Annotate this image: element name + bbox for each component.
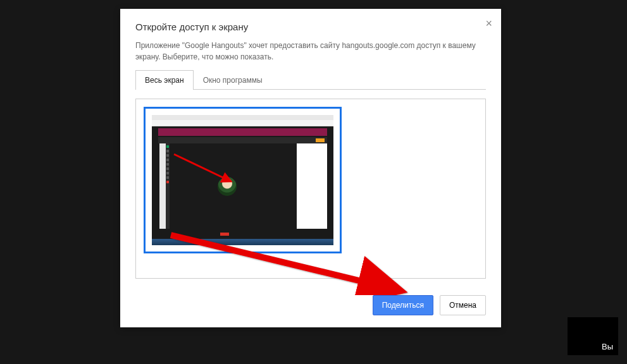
tab-app-window[interactable]: Окно программы bbox=[194, 70, 272, 90]
screen-options-area bbox=[135, 99, 486, 279]
share-button[interactable]: Поделиться bbox=[373, 295, 433, 315]
dialog-title: Откройте доступ к экрану bbox=[135, 21, 486, 32]
dialog-header: Откройте доступ к экрану × bbox=[120, 9, 501, 37]
dialog-footer: Поделиться Отмена bbox=[120, 288, 501, 328]
screen-share-dialog: Откройте доступ к экрану × Приложение "G… bbox=[120, 9, 501, 327]
self-video-tile: Вы bbox=[568, 317, 618, 355]
cancel-button[interactable]: Отмена bbox=[440, 295, 486, 315]
avatar-icon bbox=[218, 177, 237, 196]
screen-thumbnail bbox=[152, 115, 333, 245]
tab-fullscreen[interactable]: Весь экран bbox=[135, 70, 194, 90]
dialog-description: Приложение "Google Hangouts" хочет предо… bbox=[120, 37, 501, 70]
screen-preview-selected[interactable] bbox=[144, 107, 342, 253]
tabs: Весь экран Окно программы bbox=[135, 70, 486, 90]
you-label: Вы bbox=[602, 342, 613, 351]
close-button[interactable]: × bbox=[485, 18, 492, 29]
